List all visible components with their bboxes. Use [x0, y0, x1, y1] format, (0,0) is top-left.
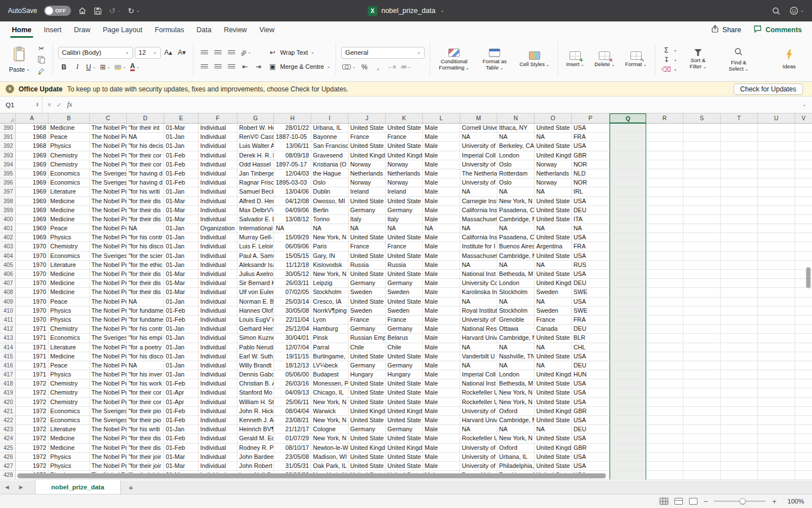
cell-L396[interactable]: Male — [423, 178, 460, 187]
cell-J405[interactable]: Russia — [348, 261, 386, 270]
cell-M411[interactable]: University of — [460, 316, 497, 325]
cell-E423[interactable]: 01-Jan — [164, 425, 198, 434]
cell-H393[interactable]: 08/09/18 — [274, 151, 311, 160]
cell-D404[interactable]: "for the scier — [127, 252, 164, 261]
cell-T398[interactable] — [721, 197, 758, 206]
merge-centre-button[interactable]: ▣ Merge & Centre⌄ — [267, 61, 330, 72]
cell-D418[interactable]: "for his work — [127, 379, 164, 388]
row-header-415[interactable]: 415 — [0, 352, 16, 361]
cell-V391[interactable] — [795, 133, 812, 142]
cell-H409[interactable]: 25/03/14 — [274, 297, 311, 306]
cell-J402[interactable]: United State — [348, 233, 386, 242]
cell-D420[interactable]: "for their cor — [127, 398, 164, 407]
row-header-414[interactable]: 414 — [0, 343, 16, 352]
cell-V401[interactable] — [795, 224, 812, 233]
cell-J406[interactable]: United State — [348, 270, 386, 279]
cell-V417[interactable] — [795, 370, 812, 379]
cell-B393[interactable]: Chemistry — [48, 151, 90, 160]
cell-J403[interactable]: France — [348, 242, 386, 251]
cell-L417[interactable]: Male — [423, 370, 460, 379]
cell-O410[interactable]: Sweden — [535, 306, 572, 316]
cell-S402[interactable] — [683, 233, 721, 242]
cell-H408[interactable]: 07/02/05 — [274, 288, 311, 297]
cell-H418[interactable]: 26/03/16 — [274, 379, 311, 388]
cell-D414[interactable]: "for a poetry — [127, 343, 164, 352]
row-header-423[interactable]: 423 — [0, 425, 16, 434]
cell-N425[interactable]: Oxford — [497, 444, 535, 453]
cell-R424[interactable] — [646, 434, 683, 443]
cell-M423[interactable]: NA — [460, 425, 497, 434]
cell-O409[interactable]: NA — [535, 297, 572, 306]
cell-Q419[interactable] — [610, 388, 646, 397]
cell-F405[interactable]: Individual — [198, 261, 237, 270]
zoom-out-button[interactable]: − — [704, 497, 708, 506]
cell-G416[interactable]: Willy Brandt — [237, 361, 274, 370]
cell-N404[interactable]: Cambridge, M — [497, 252, 535, 261]
copy-icon[interactable] — [36, 55, 47, 64]
cell-R397[interactable] — [646, 187, 683, 196]
cell-U391[interactable] — [758, 133, 795, 142]
cell-V399[interactable] — [795, 206, 812, 215]
cell-M413[interactable]: Harvard Univ — [460, 334, 497, 343]
cell-U428[interactable] — [758, 471, 795, 480]
decrease-font-icon[interactable]: A▾ — [176, 47, 188, 58]
cell-A396[interactable]: 1969 — [16, 178, 48, 187]
cell-B421[interactable]: Economics — [48, 407, 90, 416]
cell-E404[interactable]: 01-Jan — [164, 252, 198, 261]
cell-Q406[interactable] — [610, 270, 646, 279]
cell-J422[interactable]: United State — [348, 416, 386, 425]
column-header-T[interactable]: T — [721, 113, 758, 124]
cell-L421[interactable]: Male — [423, 407, 460, 416]
cell-B397[interactable]: Literature — [48, 187, 90, 196]
cell-T411[interactable] — [721, 316, 758, 325]
cell-O421[interactable]: United Kingd — [535, 407, 572, 416]
delete-cells-button[interactable]: Delete⌄ — [592, 41, 617, 78]
cell-N391[interactable]: NA — [497, 133, 535, 142]
cell-G401[interactable]: International — [237, 224, 274, 233]
cell-N423[interactable]: NA — [497, 425, 535, 434]
cell-A413[interactable]: 1971 — [16, 334, 48, 343]
cell-G425[interactable]: Rodney R. Po — [237, 444, 274, 453]
cell-H398[interactable]: 04/12/08 — [274, 197, 311, 206]
cell-T394[interactable] — [721, 160, 758, 169]
cell-O420[interactable]: United State — [535, 398, 572, 407]
cell-I427[interactable]: Oak Park, IL — [311, 462, 348, 471]
undo-icon[interactable]: ↺⌄ — [109, 7, 121, 15]
cell-S398[interactable] — [683, 197, 721, 206]
row-header-420[interactable]: 420 — [0, 398, 16, 407]
cell-L408[interactable]: Male — [423, 288, 460, 297]
cell-T395[interactable] — [721, 169, 758, 178]
orientation-icon[interactable]: ab⌄ — [239, 47, 253, 58]
row-header-424[interactable]: 424 — [0, 434, 16, 443]
cell-H424[interactable]: 01/07/29 — [274, 434, 311, 443]
cell-Q415[interactable] — [610, 352, 646, 361]
cell-K423[interactable]: Germany — [386, 425, 423, 434]
cell-E396[interactable]: 01-Feb — [164, 178, 198, 187]
cell-N415[interactable]: Nashville, TN — [497, 352, 535, 361]
cell-L409[interactable]: Male — [423, 297, 460, 306]
cell-S392[interactable] — [683, 142, 721, 151]
column-header-O[interactable]: O — [535, 113, 572, 124]
cell-N408[interactable]: Stockholm — [497, 288, 535, 297]
cell-E414[interactable]: 01-Jan — [164, 343, 198, 352]
cell-S399[interactable] — [683, 206, 721, 215]
cell-H405[interactable]: 11/12/18 — [274, 261, 311, 270]
cell-U412[interactable] — [758, 325, 795, 334]
cell-L402[interactable]: Male — [423, 233, 460, 242]
cell-E398[interactable]: 01-Mar — [164, 197, 198, 206]
cell-F425[interactable]: Individual — [198, 444, 237, 453]
comma-style-icon[interactable]: , — [372, 62, 384, 73]
increase-indent-icon[interactable]: ⇥ — [253, 61, 264, 72]
cell-I425[interactable]: Newton-le-W — [311, 444, 348, 453]
cell-O404[interactable]: United State — [535, 252, 572, 261]
cell-J418[interactable]: United State — [348, 379, 386, 388]
cell-Q421[interactable] — [610, 407, 646, 416]
cell-Q401[interactable] — [610, 224, 646, 233]
cell-O425[interactable]: United Kingd — [535, 444, 572, 453]
row-header-427[interactable]: 427 — [0, 462, 16, 471]
cell-G413[interactable]: Simon Kuzne — [237, 334, 274, 343]
horizontal-scrollbar[interactable] — [17, 473, 606, 479]
cell-I400[interactable]: Torino — [311, 215, 348, 224]
cell-M424[interactable]: Rockefeller U — [460, 434, 497, 443]
cell-J393[interactable]: United Kingd — [348, 151, 386, 160]
